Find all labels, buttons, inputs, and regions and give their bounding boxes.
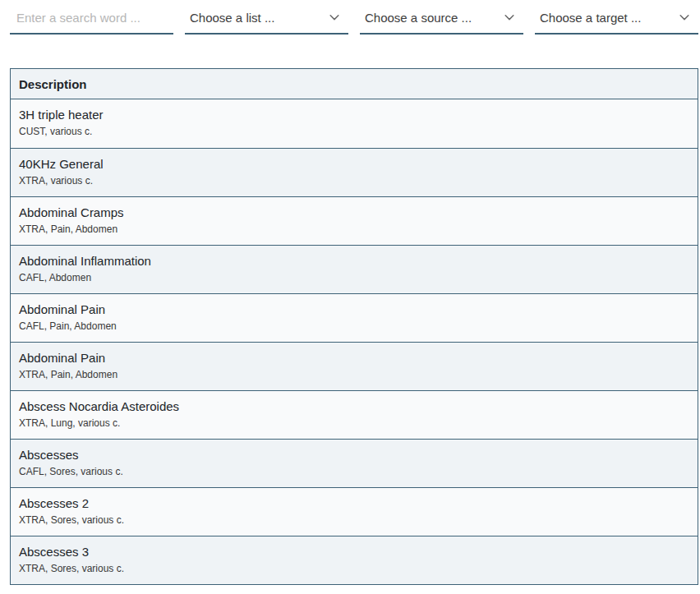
table-body: 3H triple heater CUST, various c. 40KHz …: [11, 99, 698, 584]
description-table: Description 3H triple heater CUST, vario…: [10, 68, 698, 585]
row-subtitle: XTRA, Sores, various c.: [19, 514, 689, 527]
target-dropdown[interactable]: Choose a target ...: [535, 2, 698, 35]
row-title: Abscesses 2: [19, 495, 689, 512]
chevron-down-icon: [329, 12, 340, 23]
table-row[interactable]: 3H triple heater CUST, various c.: [11, 99, 698, 148]
row-subtitle: CAFL, Sores, various c.: [19, 466, 689, 478]
table-row[interactable]: Abdominal Inflammation CAFL, Abdomen: [11, 245, 698, 293]
list-dropdown-label: Choose a list ...: [190, 11, 274, 25]
row-subtitle: XTRA, Sores, various c.: [19, 563, 689, 575]
filter-bar: Choose a list ... Choose a source ... Ch…: [0, 0, 700, 35]
table-row[interactable]: Abdominal Cramps XTRA, Pain, Abdomen: [11, 196, 698, 245]
table-header-label: Description: [19, 77, 87, 91]
search-field: [10, 2, 173, 35]
table-header: Description: [11, 69, 698, 99]
row-subtitle: CAFL, Pain, Abdomen: [19, 320, 689, 333]
row-subtitle: XTRA, Pain, Abdomen: [19, 223, 689, 236]
row-subtitle: XTRA, Lung, various c.: [19, 417, 689, 430]
row-title: Abdominal Cramps: [19, 205, 689, 221]
row-title: Abscesses: [19, 447, 689, 463]
chevron-down-icon: [679, 12, 690, 23]
row-title: Abscess Nocardia Asteroides: [19, 398, 689, 415]
row-title: 3H triple heater: [19, 107, 689, 123]
row-title: Abdominal Inflammation: [19, 253, 689, 269]
list-dropdown[interactable]: Choose a list ...: [185, 2, 348, 35]
table-row[interactable]: Abscesses 2 XTRA, Sores, various c.: [11, 487, 698, 536]
table-row[interactable]: Abdominal Pain CAFL, Pain, Abdomen: [11, 293, 698, 342]
target-dropdown-label: Choose a target ...: [540, 11, 641, 25]
chevron-down-icon: [504, 12, 515, 23]
source-dropdown[interactable]: Choose a source ...: [360, 2, 523, 35]
row-subtitle: XTRA, various c.: [19, 175, 689, 187]
table-row[interactable]: Abdominal Pain XTRA, Pain, Abdomen: [11, 342, 698, 390]
table-row[interactable]: Abscesses CAFL, Sores, various c.: [11, 439, 698, 487]
table-row[interactable]: 40KHz General XTRA, various c.: [11, 148, 698, 196]
row-title: Abdominal Pain: [19, 350, 689, 366]
row-title: Abdominal Pain: [19, 302, 689, 318]
table-row[interactable]: Abscesses 3 XTRA, Sores, various c.: [11, 536, 698, 584]
source-dropdown-label: Choose a source ...: [365, 11, 472, 25]
row-subtitle: CAFL, Abdomen: [19, 272, 689, 284]
row-subtitle: CUST, various c.: [19, 126, 689, 138]
row-subtitle: XTRA, Pain, Abdomen: [19, 369, 689, 381]
search-input[interactable]: [15, 11, 168, 25]
row-title: 40KHz General: [19, 156, 689, 173]
table-row[interactable]: Abscess Nocardia Asteroides XTRA, Lung, …: [11, 390, 698, 439]
row-title: Abscesses 3: [19, 544, 689, 560]
